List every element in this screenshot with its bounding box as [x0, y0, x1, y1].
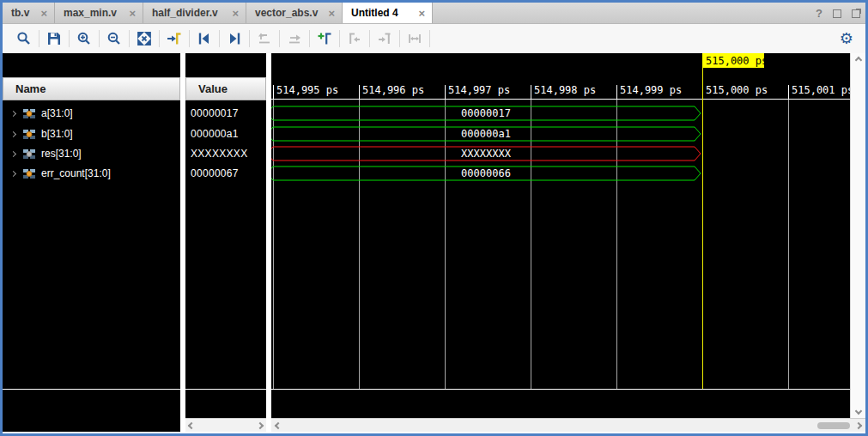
tab-label: half_divider.v [152, 7, 218, 19]
signal-name-label: b[31:0] [41, 128, 73, 140]
waveform-canvas[interactable]: 514,995 ps514,996 ps514,997 ps514,998 ps… [271, 53, 850, 432]
zoom-fit-icon [137, 31, 152, 46]
add-marker-button[interactable] [315, 29, 334, 48]
signal-value: XXXXXXXX [185, 148, 247, 160]
tab-tb-v[interactable]: tb.v × [3, 3, 55, 23]
value-column-header[interactable]: Value [185, 77, 266, 100]
name-column-header[interactable]: Name [3, 77, 180, 100]
next-transition-icon [227, 31, 242, 46]
svg-text:514,999 ps: 514,999 ps [620, 84, 682, 96]
svg-text:514,995 ps: 514,995 ps [276, 84, 338, 96]
zoom-out-button[interactable] [105, 29, 124, 48]
expand-chevron-icon[interactable] [10, 110, 16, 116]
close-icon[interactable]: × [418, 8, 425, 19]
signal-value: 00000017 [185, 107, 239, 119]
tab-label: Untitled 4 [351, 7, 398, 19]
signal-value-panel: Value 00000017 000000a1 XXXXXXXX 0000006… [185, 53, 266, 432]
value-row: XXXXXXXX [185, 144, 266, 163]
close-icon[interactable]: × [328, 8, 335, 19]
previous-transition-icon [197, 31, 212, 46]
tab-half-divider-v[interactable]: half_divider.v × [143, 3, 246, 23]
wave-vscrollbar[interactable] [850, 53, 865, 418]
tab-vector-abs-v[interactable]: vector_abs.v × [246, 3, 343, 23]
value-header-label: Value [198, 82, 228, 95]
toolbar-separator [129, 30, 130, 47]
wave-toolbar: ⚙ [3, 24, 865, 53]
signal-row-a[interactable]: a[31:0] [3, 104, 180, 123]
scroll-left-icon[interactable] [188, 421, 195, 428]
toolbar-separator [69, 30, 70, 47]
undo-button[interactable] [255, 29, 274, 48]
signal-name-label: err_count[31:0] [41, 167, 111, 179]
next-marker-button[interactable] [375, 29, 394, 48]
maximize-icon[interactable] [833, 9, 841, 18]
float-icon[interactable] [852, 9, 860, 18]
value-row: 000000a1 [185, 124, 266, 143]
toolbar-separator [189, 30, 190, 47]
svg-text:XXXXXXXX: XXXXXXXX [461, 148, 512, 160]
help-icon[interactable]: ? [816, 7, 822, 20]
zoom-in-button[interactable] [75, 29, 94, 48]
toolbar-separator [249, 30, 250, 47]
svg-text:514,998 ps: 514,998 ps [534, 84, 596, 96]
next-marker-icon [377, 31, 392, 46]
save-wave-config-button[interactable] [45, 29, 64, 48]
swap-cursors-button[interactable] [405, 29, 424, 48]
find-button[interactable] [15, 29, 33, 48]
signal-value: 000000a1 [185, 128, 239, 140]
next-transition-button[interactable] [225, 29, 244, 48]
scroll-up-icon[interactable] [854, 57, 861, 64]
value-row: 00000067 [185, 164, 266, 183]
tab-untitled-4[interactable]: Untitled 4 × [343, 3, 433, 23]
toolbar-separator [159, 30, 160, 47]
value-panel-hscrollbar[interactable] [185, 418, 266, 432]
scroll-down-icon[interactable] [854, 408, 861, 415]
toolbar-separator [279, 30, 280, 47]
tab-max-min-v[interactable]: max_min.v × [55, 3, 143, 23]
svg-text:514,997 ps: 514,997 ps [448, 84, 510, 96]
expand-chevron-icon[interactable] [10, 170, 16, 176]
zoom-fit-button[interactable] [135, 29, 154, 48]
toolbar-separator [429, 30, 430, 47]
panel-separator-line [185, 389, 266, 390]
expand-chevron-icon[interactable] [10, 130, 16, 136]
signal-name-panel: Name a[31:0] b[31:0] res[31:0] [3, 53, 180, 432]
signal-name-label: a[31:0] [41, 107, 73, 119]
undo-icon [257, 31, 272, 46]
scroll-left-icon[interactable] [275, 421, 282, 428]
scroll-right-icon[interactable] [855, 421, 862, 428]
toolbar-separator [219, 30, 220, 47]
svg-text:515,000 ps: 515,000 ps [706, 55, 768, 67]
close-icon[interactable]: × [40, 8, 47, 19]
tab-label: vector_abs.v [255, 7, 318, 19]
svg-text:514,996 ps: 514,996 ps [362, 84, 424, 96]
svg-text:000000a1: 000000a1 [461, 128, 511, 140]
settings-gear-icon[interactable]: ⚙ [840, 31, 853, 46]
signal-row-res[interactable]: res[31:0] [3, 144, 180, 163]
previous-transition-button[interactable] [195, 29, 214, 48]
redo-button[interactable] [285, 29, 304, 48]
search-icon [16, 31, 32, 46]
scroll-right-icon[interactable] [257, 421, 264, 428]
panel-separator-line [3, 389, 180, 390]
previous-marker-button[interactable] [345, 29, 364, 48]
expand-chevron-icon[interactable] [10, 150, 16, 156]
signal-row-b[interactable]: b[31:0] [3, 124, 180, 143]
toolbar-separator [39, 30, 39, 47]
bus-signal-icon [23, 148, 36, 160]
bus-signal-icon [23, 129, 36, 140]
signal-value: 00000067 [185, 167, 239, 179]
zoom-to-cursor-button[interactable] [165, 29, 184, 48]
previous-marker-icon [347, 31, 362, 46]
window-controls: ? [816, 3, 860, 24]
add-marker-icon [317, 31, 332, 46]
svg-text:515,000 ps: 515,000 ps [706, 84, 768, 96]
close-icon[interactable]: × [232, 8, 239, 19]
close-icon[interactable]: × [129, 8, 136, 19]
signal-row-err-count[interactable]: err_count[31:0] [3, 164, 180, 183]
name-header-label: Name [15, 82, 46, 95]
bus-signal-icon [23, 168, 36, 179]
svg-text:00000066: 00000066 [461, 167, 511, 179]
wave-hscrollbar[interactable] [271, 418, 865, 432]
hscrollbar-thumb[interactable] [817, 422, 850, 429]
